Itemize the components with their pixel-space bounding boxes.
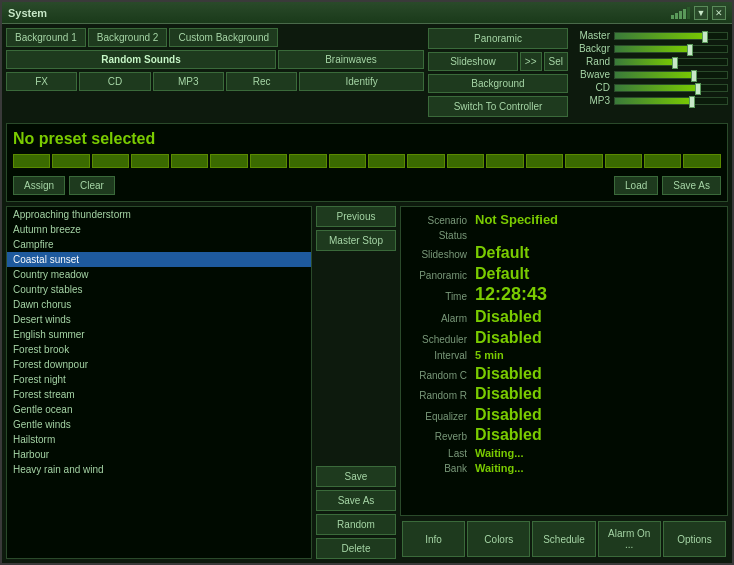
mp3-track[interactable] xyxy=(614,97,728,105)
list-item[interactable]: Country meadow xyxy=(7,267,311,282)
scheduler-row: Scheduler Disabled xyxy=(407,329,721,347)
tab-alarm-on[interactable]: Alarm On ... xyxy=(598,521,661,557)
list-item[interactable]: Gentle ocean xyxy=(7,402,311,417)
close-btn[interactable]: ✕ xyxy=(712,6,726,20)
slot-2[interactable] xyxy=(52,154,89,168)
list-item[interactable]: Desert winds xyxy=(7,312,311,327)
tab-schedule[interactable]: Schedule xyxy=(532,521,595,557)
tab-options[interactable]: Options xyxy=(663,521,726,557)
delete-btn[interactable]: Delete xyxy=(316,538,396,559)
dropdown-btn[interactable]: ▼ xyxy=(694,6,708,20)
list-item[interactable]: Forest brook xyxy=(7,342,311,357)
background-btn[interactable]: Background xyxy=(428,74,568,93)
tab-background2[interactable]: Background 2 xyxy=(88,28,168,47)
panoramic-btn[interactable]: Panoramic xyxy=(428,28,568,49)
slot-15[interactable] xyxy=(565,154,602,168)
clear-btn[interactable]: Clear xyxy=(69,176,115,195)
preset-save-as-btn[interactable]: Save As xyxy=(662,176,721,195)
master-stop-btn[interactable]: Master Stop xyxy=(316,230,396,251)
switch-controller-btn[interactable]: Switch To Controller xyxy=(428,96,568,117)
slot-10[interactable] xyxy=(368,154,405,168)
cd-thumb[interactable] xyxy=(695,83,701,95)
right-section: Scenario Not Specified Status Slideshow … xyxy=(400,206,728,559)
identify-btn[interactable]: Identify xyxy=(299,72,424,91)
brainwaves-btn[interactable]: Brainwaves xyxy=(278,50,424,69)
slot-6[interactable] xyxy=(210,154,247,168)
bwave-track[interactable] xyxy=(614,71,728,79)
backgr-thumb[interactable] xyxy=(687,44,693,56)
sel-btn[interactable]: Sel xyxy=(544,52,568,71)
previous-btn[interactable]: Previous xyxy=(316,206,396,227)
bar1 xyxy=(671,15,674,19)
random-btn[interactable]: Random xyxy=(316,514,396,535)
mp3-thumb[interactable] xyxy=(689,96,695,108)
list-item[interactable]: Dawn chorus xyxy=(7,297,311,312)
slot-14[interactable] xyxy=(526,154,563,168)
slot-3[interactable] xyxy=(92,154,129,168)
slot-1[interactable] xyxy=(13,154,50,168)
slot-7[interactable] xyxy=(250,154,287,168)
preset-area: No preset selected xyxy=(6,123,728,202)
fx-btn[interactable]: FX xyxy=(6,72,77,91)
slot-5[interactable] xyxy=(171,154,208,168)
slot-18[interactable] xyxy=(683,154,720,168)
mp3-fill xyxy=(615,98,693,104)
sliders-panel: Master Backgr Rand xyxy=(572,30,728,117)
cd-track[interactable] xyxy=(614,84,728,92)
bottom-tabs: Info Colors Schedule Alarm On ... Option… xyxy=(400,519,728,559)
list-item[interactable]: Heavy rain and wind xyxy=(7,462,311,477)
panoramic-val: Default xyxy=(475,265,529,283)
list-item[interactable]: English summer xyxy=(7,327,311,342)
tab-custom-background[interactable]: Custom Background xyxy=(169,28,278,47)
slideshow-btn[interactable]: Slideshow xyxy=(428,52,518,71)
load-btn[interactable]: Load xyxy=(614,176,658,195)
save-as-btn[interactable]: Save As xyxy=(316,490,396,511)
save-btn[interactable]: Save xyxy=(316,466,396,487)
list-item[interactable]: Forest stream xyxy=(7,387,311,402)
mp3-label: MP3 xyxy=(572,95,610,106)
slot-9[interactable] xyxy=(329,154,366,168)
list-item[interactable]: Forest night xyxy=(7,372,311,387)
slot-17[interactable] xyxy=(644,154,681,168)
sound-list[interactable]: Approaching thunderstormAutumn breezeCam… xyxy=(6,206,312,559)
list-item[interactable]: Campfire xyxy=(7,237,311,252)
slot-12[interactable] xyxy=(447,154,484,168)
list-item[interactable]: Gentle winds xyxy=(7,417,311,432)
preset-area-wrapper: No preset selected xyxy=(2,117,732,206)
slot-11[interactable] xyxy=(407,154,444,168)
cd-btn[interactable]: CD xyxy=(79,72,150,91)
tab-background1[interactable]: Background 1 xyxy=(6,28,86,47)
rec-btn[interactable]: Rec xyxy=(226,72,297,91)
reverb-row: Reverb Disabled xyxy=(407,426,721,444)
list-item[interactable]: Autumn breeze xyxy=(7,222,311,237)
tab-colors[interactable]: Colors xyxy=(467,521,530,557)
random-sounds-btn[interactable]: Random Sounds xyxy=(6,50,276,69)
mp3-btn[interactable]: MP3 xyxy=(153,72,224,91)
backgr-track[interactable] xyxy=(614,45,728,53)
tab-info[interactable]: Info xyxy=(402,521,465,557)
list-item[interactable]: Approaching thunderstorm xyxy=(7,207,311,222)
slideshow-label: Slideshow xyxy=(407,249,467,260)
bar3 xyxy=(679,11,682,19)
list-item[interactable]: Hailstorm xyxy=(7,432,311,447)
master-thumb[interactable] xyxy=(702,31,708,43)
list-item[interactable]: Forest downpour xyxy=(7,357,311,372)
list-item[interactable]: Harbour xyxy=(7,447,311,462)
slot-4[interactable] xyxy=(131,154,168,168)
master-track[interactable] xyxy=(614,32,728,40)
rand-thumb[interactable] xyxy=(672,57,678,69)
slot-8[interactable] xyxy=(289,154,326,168)
list-controls: Previous Master Stop Save Save As Random… xyxy=(316,206,396,559)
bwave-thumb[interactable] xyxy=(691,70,697,82)
status-row: Status xyxy=(407,230,721,241)
assign-btn[interactable]: Assign xyxy=(13,176,65,195)
slideshow-row-info: Slideshow Default xyxy=(407,244,721,262)
list-item[interactable]: Coastal sunset xyxy=(7,252,311,267)
slot-13[interactable] xyxy=(486,154,523,168)
info-panel: Scenario Not Specified Status Slideshow … xyxy=(400,206,728,516)
slot-16[interactable] xyxy=(605,154,642,168)
list-item[interactable]: Country stables xyxy=(7,282,311,297)
randomr-val: Disabled xyxy=(475,385,542,403)
rand-track[interactable] xyxy=(614,58,728,66)
arrows-btn[interactable]: >> xyxy=(520,52,542,71)
